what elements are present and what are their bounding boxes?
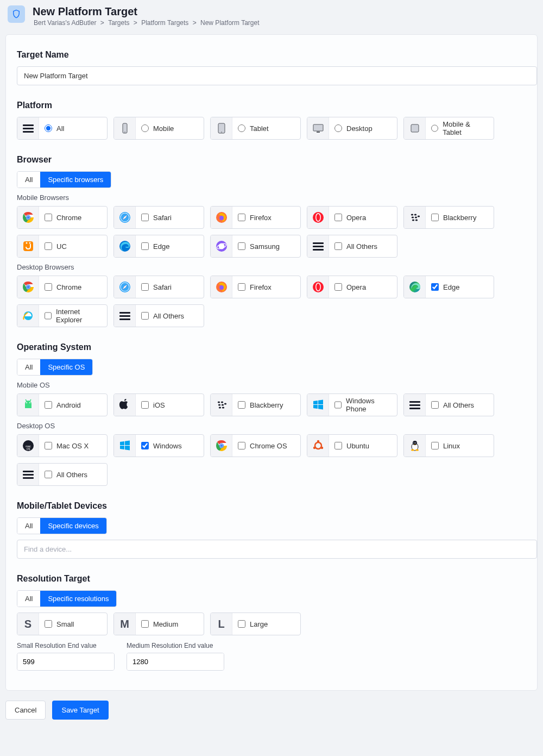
devices-toggle: All Specific devices <box>17 517 107 534</box>
dos-option-dos-win-label: Windows <box>153 442 182 450</box>
small-res-end-input[interactable] <box>17 653 115 670</box>
platform-option-all[interactable]: All <box>17 117 108 140</box>
mos-option-mos-bb[interactable]: Blackberry <box>210 393 301 416</box>
mbrowser-option-m-opera[interactable]: Opera <box>307 206 397 229</box>
mbrowser-option-m-opera-checkbox[interactable] <box>334 214 342 221</box>
mbrowser-option-m-blackberry[interactable]: Blackberry <box>403 206 494 229</box>
resolution-option-r-small-checkbox[interactable] <box>45 620 52 628</box>
mos-option-mos-other-label: All Others <box>443 401 474 409</box>
mbrowser-option-m-other[interactable]: All Others <box>307 235 397 258</box>
resolution-option-r-large[interactable]: L Large <box>210 613 301 635</box>
platform-option-mobile-tablet-radio[interactable] <box>431 124 438 132</box>
mbrowser-option-m-firefox[interactable]: Firefox <box>210 206 301 229</box>
samsung-icon <box>215 240 228 253</box>
breadcrumb-item[interactable]: New Platform Target <box>200 19 260 27</box>
resolution-option-r-large-checkbox[interactable] <box>238 620 245 628</box>
dbrowser-option-d-safari[interactable]: Safari <box>113 276 204 298</box>
svg-point-19 <box>411 214 413 215</box>
dbrowser-option-d-opera-checkbox[interactable] <box>334 283 342 291</box>
resolution-toggle-specific[interactable]: Specific resolutions <box>40 591 116 607</box>
mos-option-mos-wp[interactable]: Windows Phone <box>307 393 397 416</box>
resolution-option-r-medium[interactable]: M Medium <box>113 613 204 635</box>
breadcrumb-item[interactable]: Platform Targets <box>141 19 188 27</box>
dos-option-dos-cros-checkbox[interactable] <box>238 442 245 449</box>
resolution-option-r-medium-checkbox[interactable] <box>141 620 149 628</box>
dos-option-dos-win-checkbox[interactable] <box>141 442 149 449</box>
platform-option-mobile-tablet[interactable]: Mobile & Tablet <box>403 117 494 140</box>
dbrowser-option-d-edge-checkbox[interactable] <box>431 283 439 291</box>
mbrowser-option-m-safari[interactable]: Safari <box>113 206 204 229</box>
dbrowser-option-d-chrome-checkbox[interactable] <box>45 283 52 291</box>
platform-option-all-radio[interactable] <box>45 124 52 132</box>
mos-option-mos-ios-checkbox[interactable] <box>141 401 149 409</box>
breadcrumb-item[interactable]: Bert Varias's AdButler <box>34 19 96 27</box>
mbrowser-option-m-samsung[interactable]: Samsung <box>210 235 301 258</box>
mos-option-mos-android-checkbox[interactable] <box>45 401 52 409</box>
mbrowser-option-m-edge[interactable]: Edge <box>113 235 204 258</box>
mbrowser-option-m-other-checkbox[interactable] <box>334 242 342 250</box>
mbrowser-option-m-safari-checkbox[interactable] <box>141 214 149 221</box>
dbrowser-option-d-safari-checkbox[interactable] <box>141 283 149 291</box>
mbrowser-option-m-chrome-checkbox[interactable] <box>45 214 52 221</box>
dbrowser-option-d-opera[interactable]: Opera <box>307 276 397 298</box>
dos-option-dos-mac[interactable]: macOS Mac OS X <box>17 434 108 457</box>
mos-option-mos-other[interactable]: All Others <box>403 393 494 416</box>
save-target-button[interactable]: Save Target <box>52 701 108 720</box>
platform-option-desktop-radio[interactable] <box>334 124 342 132</box>
platform-option-tablet[interactable]: Tablet <box>210 117 301 140</box>
mbrowser-option-m-uc-checkbox[interactable] <box>45 242 52 250</box>
devices-toggle-all[interactable]: All <box>17 518 40 534</box>
mbrowser-option-m-firefox-checkbox[interactable] <box>238 214 245 221</box>
target-name-input[interactable] <box>17 66 537 85</box>
devices-toggle-specific[interactable]: Specific devices <box>40 518 106 534</box>
svg-text:OS: OS <box>26 447 30 451</box>
windows-icon <box>118 439 131 452</box>
svg-point-22 <box>414 216 416 218</box>
firefox-icon <box>215 211 228 224</box>
mbrowser-option-m-blackberry-checkbox[interactable] <box>431 214 439 221</box>
dos-option-dos-mac-checkbox[interactable] <box>45 442 52 449</box>
breadcrumb-item[interactable]: Targets <box>108 19 129 27</box>
platform-option-desktop[interactable]: Desktop <box>307 117 397 140</box>
mos-option-mos-other-checkbox[interactable] <box>431 401 439 409</box>
dos-option-dos-linux-checkbox[interactable] <box>431 442 439 449</box>
mos-option-mos-ios[interactable]: iOS <box>113 393 204 416</box>
os-toggle-specific[interactable]: Specific OS <box>40 359 92 375</box>
platform-option-mobile[interactable]: Mobile <box>113 117 204 140</box>
platform-option-tablet-radio[interactable] <box>238 124 245 132</box>
resolution-option-r-small[interactable]: S Small <box>17 613 108 635</box>
dos-option-dos-linux[interactable]: Linux <box>403 434 494 457</box>
dos-option-dos-cros[interactable]: Chrome OS <box>210 434 301 457</box>
mos-option-mos-android-label: Android <box>56 401 81 409</box>
mbrowser-option-m-edge-checkbox[interactable] <box>141 242 149 250</box>
dbrowser-option-d-ie-checkbox[interactable] <box>45 312 52 320</box>
mbrowser-option-m-samsung-checkbox[interactable] <box>238 242 245 250</box>
svg-point-74 <box>415 449 419 451</box>
dos-option-dos-other[interactable]: All Others <box>17 463 108 486</box>
dbrowser-option-d-chrome[interactable]: Chrome <box>17 276 108 298</box>
dos-option-dos-ubuntu-checkbox[interactable] <box>334 442 342 449</box>
dbrowser-option-d-firefox-checkbox[interactable] <box>238 283 245 291</box>
cancel-button[interactable]: Cancel <box>5 701 46 720</box>
dbrowser-option-d-other[interactable]: All Others <box>113 304 204 327</box>
dos-option-dos-ubuntu[interactable]: Ubuntu <box>307 434 397 457</box>
opera-icon <box>312 280 325 293</box>
mos-option-mos-bb-checkbox[interactable] <box>238 401 245 409</box>
browser-toggle-all[interactable]: All <box>17 172 40 188</box>
mos-option-mos-wp-checkbox[interactable] <box>334 401 342 409</box>
resolution-toggle-all[interactable]: All <box>17 591 40 607</box>
mbrowser-option-m-chrome[interactable]: Chrome <box>17 206 108 229</box>
medium-res-end-input[interactable] <box>127 653 224 670</box>
device-search-input[interactable] <box>17 540 537 559</box>
dbrowser-option-d-ie[interactable]: Internet Explorer <box>17 304 108 327</box>
platform-option-mobile-radio[interactable] <box>141 124 149 132</box>
dbrowser-option-d-other-checkbox[interactable] <box>141 312 149 320</box>
mos-option-mos-android[interactable]: Android <box>17 393 108 416</box>
dos-option-dos-win[interactable]: Windows <box>113 434 204 457</box>
dbrowser-option-d-firefox[interactable]: Firefox <box>210 276 301 298</box>
dos-option-dos-other-checkbox[interactable] <box>45 471 52 478</box>
mbrowser-option-m-uc[interactable]: UC <box>17 235 108 258</box>
browser-toggle-specific[interactable]: Specific browsers <box>40 172 111 188</box>
dbrowser-option-d-edge[interactable]: Edge <box>403 276 494 298</box>
os-toggle-all[interactable]: All <box>17 359 40 375</box>
